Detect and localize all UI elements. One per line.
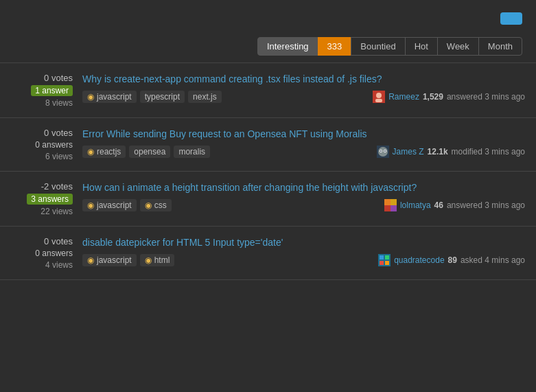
tags-list: ◉reactjsopenseamoralis — [82, 146, 210, 158]
tag[interactable]: ◉javascript — [82, 254, 137, 266]
question-item: 0 votes 0 answers 4 views disable datepi… — [0, 227, 536, 280]
svg-point-8 — [384, 150, 386, 152]
eye-icon: ◉ — [145, 200, 152, 210]
answer-count: 0 answers — [35, 249, 73, 258]
action-type: answered 3 mins ago — [447, 92, 525, 102]
user-avatar — [384, 199, 397, 211]
question-title[interactable]: How can i animate a height transition af… — [82, 181, 525, 194]
tags-list: ◉javascripttypescriptnext.js — [82, 91, 222, 103]
tag[interactable]: ◉javascript — [82, 199, 137, 211]
question-content: Error While sending Buy request to an Op… — [82, 128, 525, 158]
question-meta: quadratecode 89 asked 4 mins ago — [378, 254, 525, 266]
svg-rect-9 — [384, 199, 391, 205]
question-item: 0 votes 1 answer 8 views Why is create-n… — [0, 63, 536, 118]
question-stats: 0 votes 0 answers 4 views — [11, 236, 73, 270]
username[interactable]: Rameez — [388, 92, 419, 102]
action-type: answered 3 mins ago — [447, 200, 525, 210]
username[interactable]: lolmatya — [400, 200, 431, 210]
question-content: How can i animate a height transition af… — [82, 181, 525, 211]
question-item: 0 votes 0 answers 6 views Error While se… — [0, 118, 536, 172]
tags-and-meta: ◉javascript◉html quadratecode 89 asked 4… — [82, 254, 525, 266]
tab-bountied-count[interactable]: 333 — [318, 37, 352, 56]
tags-list: ◉javascript◉css — [82, 199, 172, 211]
tabs-bar: Interesting 333 Bountied Hot Week Month — [0, 34, 536, 62]
action-type: modified 3 mins ago — [452, 147, 525, 157]
tags-and-meta: ◉reactjsopenseamoralis James Z 12.1k mod… — [82, 146, 525, 158]
svg-point-4 — [378, 147, 388, 157]
svg-rect-2 — [375, 99, 382, 102]
view-count: 8 views — [45, 98, 73, 108]
user-reputation: 89 — [448, 255, 457, 265]
svg-rect-12 — [391, 205, 397, 211]
ask-question-button[interactable] — [500, 12, 522, 25]
eye-icon: ◉ — [145, 255, 152, 265]
action-type: asked 4 mins ago — [461, 255, 525, 265]
tag[interactable]: next.js — [188, 91, 222, 103]
svg-rect-11 — [384, 205, 391, 211]
question-meta: lolmatya 46 answered 3 mins ago — [384, 199, 525, 211]
svg-rect-15 — [385, 255, 389, 260]
view-count: 22 views — [40, 207, 73, 216]
question-meta: James Z 12.1k modified 3 mins ago — [377, 146, 525, 158]
tab-month[interactable]: Month — [478, 37, 522, 56]
tags-and-meta: ◉javascript◉css lolmatya 46 answered 3 m… — [82, 199, 525, 211]
svg-point-7 — [380, 150, 382, 152]
user-reputation: 1,529 — [423, 92, 443, 102]
tab-interesting[interactable]: Interesting — [257, 37, 318, 56]
eye-icon: ◉ — [87, 200, 94, 210]
vote-count: 0 votes — [44, 128, 73, 138]
tab-week[interactable]: Week — [437, 37, 479, 56]
tag[interactable]: ◉css — [140, 199, 172, 211]
question-item: -2 votes 3 answers 22 views How can i an… — [0, 172, 536, 227]
tags-and-meta: ◉javascripttypescriptnext.js Rameez 1,52… — [82, 91, 525, 103]
eye-icon: ◉ — [87, 255, 94, 265]
tab-hot[interactable]: Hot — [405, 37, 438, 56]
vote-count: 0 votes — [44, 73, 73, 83]
eye-icon: ◉ — [87, 92, 94, 102]
question-stats: 0 votes 0 answers 6 views — [11, 128, 73, 161]
user-avatar — [377, 146, 389, 158]
question-content: Why is create-next-app command creating … — [82, 73, 525, 103]
tag[interactable]: ◉reactjs — [82, 146, 126, 158]
vote-count: -2 votes — [41, 181, 73, 192]
question-stats: -2 votes 3 answers 22 views — [11, 181, 73, 216]
svg-rect-16 — [380, 261, 384, 265]
tag[interactable]: ◉javascript — [82, 91, 137, 103]
user-avatar — [373, 91, 385, 103]
answer-count: 0 answers — [35, 140, 73, 150]
tag[interactable]: ◉html — [140, 254, 175, 266]
question-title[interactable]: Why is create-next-app command creating … — [82, 73, 525, 86]
question-meta: Rameez 1,529 answered 3 mins ago — [373, 91, 525, 103]
question-title[interactable]: disable datepicker for HTML 5 Input type… — [82, 236, 525, 249]
question-stats: 0 votes 1 answer 8 views — [11, 73, 73, 108]
page-header — [0, 0, 536, 34]
eye-icon: ◉ — [87, 147, 94, 157]
answer-count: 1 answer — [31, 85, 73, 96]
username[interactable]: quadratecode — [394, 255, 444, 265]
user-reputation: 46 — [434, 200, 443, 210]
tag[interactable]: moralis — [174, 146, 210, 158]
question-title[interactable]: Error While sending Buy request to an Op… — [82, 128, 525, 141]
tag[interactable]: opensea — [129, 146, 170, 158]
questions-list: 0 votes 1 answer 8 views Why is create-n… — [0, 62, 536, 280]
answer-count: 3 answers — [27, 194, 73, 205]
username[interactable]: James Z — [393, 147, 424, 157]
svg-rect-10 — [391, 199, 397, 205]
view-count: 4 views — [45, 260, 73, 270]
user-reputation: 12.1k — [428, 147, 448, 157]
question-content: disable datepicker for HTML 5 Input type… — [82, 236, 525, 266]
tag[interactable]: typescript — [140, 91, 185, 103]
svg-rect-17 — [385, 261, 389, 265]
tab-bountied[interactable]: Bountied — [351, 37, 405, 56]
svg-rect-14 — [380, 255, 384, 260]
svg-point-1 — [376, 93, 382, 98]
view-count: 6 views — [45, 152, 73, 161]
vote-count: 0 votes — [44, 236, 73, 246]
user-avatar — [378, 254, 391, 266]
tags-list: ◉javascript◉html — [82, 254, 174, 266]
